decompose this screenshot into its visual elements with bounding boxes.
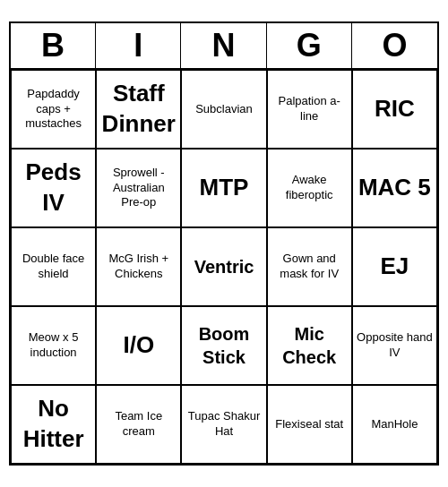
- bingo-cell: Awake fiberoptic: [267, 149, 352, 227]
- bingo-cell: I/O: [96, 306, 181, 385]
- bingo-cell: No Hitter: [11, 385, 96, 464]
- bingo-cell: RIC: [352, 70, 437, 149]
- bingo-cell: Boom Stick: [181, 306, 266, 385]
- bingo-grid: Papdaddy caps + mustachesStaff DinnerSub…: [11, 70, 437, 464]
- bingo-cell: Sprowell - Australian Pre-op: [96, 149, 181, 227]
- bingo-cell: Ventric: [181, 227, 266, 306]
- bingo-cell: Palpation a-line: [267, 70, 352, 149]
- bingo-cell: Mic Check: [267, 306, 352, 385]
- bingo-cell: Team Ice cream: [96, 385, 181, 464]
- bingo-cell: Flexiseal stat: [267, 385, 352, 464]
- header-letter: N: [181, 23, 266, 68]
- bingo-cell: Subclavian: [181, 70, 266, 149]
- header-letter: B: [11, 23, 96, 68]
- bingo-cell: ManHole: [352, 385, 437, 464]
- bingo-cell: Meow x 5 induction: [11, 306, 96, 385]
- bingo-cell: EJ: [352, 227, 437, 306]
- bingo-header: BINGO: [11, 23, 437, 70]
- bingo-cell: MAC 5: [352, 149, 437, 227]
- bingo-cell: Gown and mask for IV: [267, 227, 352, 306]
- bingo-cell: MTP: [181, 149, 266, 227]
- bingo-cell: Double face shield: [11, 227, 96, 306]
- bingo-cell: Staff Dinner: [96, 70, 181, 149]
- bingo-cell: McG Irish + Chickens: [96, 227, 181, 306]
- bingo-cell: Opposite hand IV: [352, 306, 437, 385]
- bingo-cell: Tupac Shakur Hat: [181, 385, 266, 464]
- header-letter: I: [96, 23, 181, 68]
- header-letter: G: [267, 23, 352, 68]
- header-letter: O: [352, 23, 437, 68]
- bingo-card: BINGO Papdaddy caps + mustachesStaff Din…: [9, 21, 439, 466]
- bingo-cell: Papdaddy caps + mustaches: [11, 70, 96, 149]
- bingo-cell: Peds IV: [11, 149, 96, 227]
